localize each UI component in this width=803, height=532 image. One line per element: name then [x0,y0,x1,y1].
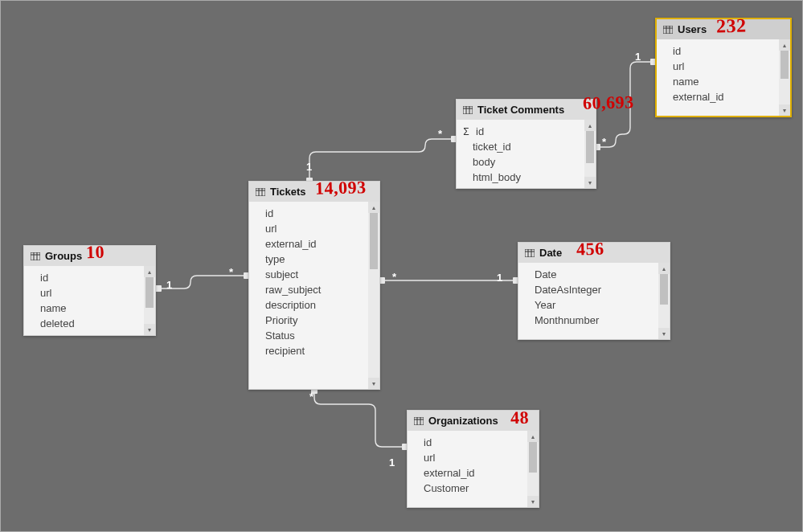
scrollbar[interactable]: ▴ ▾ [527,431,539,507]
field-item[interactable]: external_id [249,236,368,252]
field-item[interactable]: subject [249,267,368,282]
cardinality-many: * [309,391,313,403]
scroll-up-icon[interactable]: ▴ [584,120,596,131]
field-list: Date DateAsInteger Year Monthnumber [518,263,658,339]
cardinality-one: 1 [389,456,395,469]
table-title: Users [678,23,707,35]
field-item[interactable]: url [657,59,779,74]
table-date[interactable]: Date Date DateAsInteger Year Monthnumber… [518,242,670,340]
field-item[interactable]: id [408,435,527,450]
cardinality-many: * [229,266,233,278]
table-users[interactable]: Users id url name external_id ▴ ▾ [655,18,792,117]
field-item[interactable]: Status [249,328,368,343]
cardinality-one: 1 [166,279,172,291]
field-list: id url external_id Customer [408,431,527,507]
field-list: id url name external_id [657,39,779,116]
scroll-up-icon[interactable]: ▴ [527,431,539,442]
table-icon [256,188,265,196]
scroll-up-icon[interactable]: ▴ [144,266,155,277]
svg-rect-26 [525,249,535,257]
table-title: Ticket Comments [477,104,564,116]
table-header[interactable]: Ticket Comments [457,100,596,120]
field-item[interactable]: type [249,252,368,267]
scrollbar[interactable]: ▴ ▾ [658,263,670,339]
scroll-up-icon[interactable]: ▴ [658,263,670,274]
field-item[interactable]: recipient [249,343,368,358]
field-item[interactable]: id [249,206,368,221]
field-item[interactable]: Year [518,297,658,313]
cardinality-one: 1 [497,272,502,284]
scrollbar[interactable]: ▴ ▾ [144,266,155,335]
table-header[interactable]: Date [518,243,670,263]
table-header[interactable]: Groups [24,246,155,266]
scroll-down-icon[interactable]: ▾ [584,177,596,188]
table-icon [463,106,473,114]
table-icon [414,417,424,425]
svg-rect-18 [463,106,473,114]
sigma-icon: Σ [461,126,471,137]
table-tickets[interactable]: Tickets id url external_id type subject … [248,181,380,390]
table-icon [663,26,673,34]
field-item[interactable]: url [24,285,144,301]
field-item[interactable]: Date [518,267,658,282]
field-item[interactable]: id [657,43,779,59]
field-list: Σid ticket_id body html_body [457,120,584,188]
scroll-down-icon[interactable]: ▾ [527,496,539,507]
field-item[interactable]: name [24,301,144,316]
scroll-down-icon[interactable]: ▾ [144,324,155,335]
scroll-down-icon[interactable]: ▾ [368,378,379,389]
svg-rect-14 [256,188,265,196]
scrollbar[interactable]: ▴ ▾ [368,202,379,389]
field-item[interactable]: raw_subject [249,282,368,297]
field-list: id url name deleted [24,266,144,335]
table-icon [31,252,40,260]
field-item[interactable]: Monthnumber [518,313,658,328]
table-header[interactable]: Tickets [249,182,379,202]
scrollbar[interactable]: ▴ ▾ [779,39,790,116]
table-organizations[interactable]: Organizations id url external_id Custome… [407,410,539,508]
field-item[interactable]: html_body [457,170,584,185]
field-item[interactable]: external_id [408,465,527,481]
scroll-down-icon[interactable]: ▾ [658,328,670,339]
field-item[interactable]: external_id [657,89,779,104]
table-title: Date [539,247,562,259]
scrollbar[interactable]: ▴ ▾ [584,120,596,188]
field-item[interactable]: body [457,154,584,170]
cardinality-one: 1 [635,51,641,63]
field-item[interactable]: description [249,297,368,313]
cardinality-many: * [438,128,442,140]
field-item[interactable]: DateAsInteger [518,282,658,297]
scroll-up-icon[interactable]: ▴ [779,39,790,51]
field-item[interactable]: ticket_id [457,139,584,154]
table-title: Tickets [270,186,306,198]
cardinality-many: * [392,271,396,283]
field-list: id url external_id type subject raw_subj… [249,202,368,389]
table-title: Groups [45,250,82,262]
field-item[interactable]: Priority [249,313,368,328]
field-item[interactable]: Customer [408,481,527,496]
cardinality-many: * [602,136,606,148]
svg-rect-22 [663,26,673,34]
table-icon [525,249,535,257]
svg-rect-30 [414,417,424,425]
table-groups[interactable]: Groups id url name deleted ▴ ▾ [23,245,156,336]
table-ticket-comments[interactable]: Ticket Comments Σid ticket_id body html_… [456,99,596,189]
field-item[interactable]: name [657,74,779,89]
table-header[interactable]: Users [657,19,790,39]
scroll-down-icon[interactable]: ▾ [779,104,790,116]
svg-rect-0 [155,285,162,292]
table-header[interactable]: Organizations [408,411,539,431]
field-item[interactable]: deleted [24,316,144,331]
field-item[interactable]: url [249,221,368,236]
table-title: Organizations [428,415,498,427]
field-item[interactable]: url [408,450,527,465]
svg-rect-10 [31,252,40,260]
field-item[interactable]: Σid [457,124,584,139]
cardinality-one: 1 [306,161,312,173]
field-item[interactable]: id [24,270,144,285]
scroll-up-icon[interactable]: ▴ [368,202,379,213]
